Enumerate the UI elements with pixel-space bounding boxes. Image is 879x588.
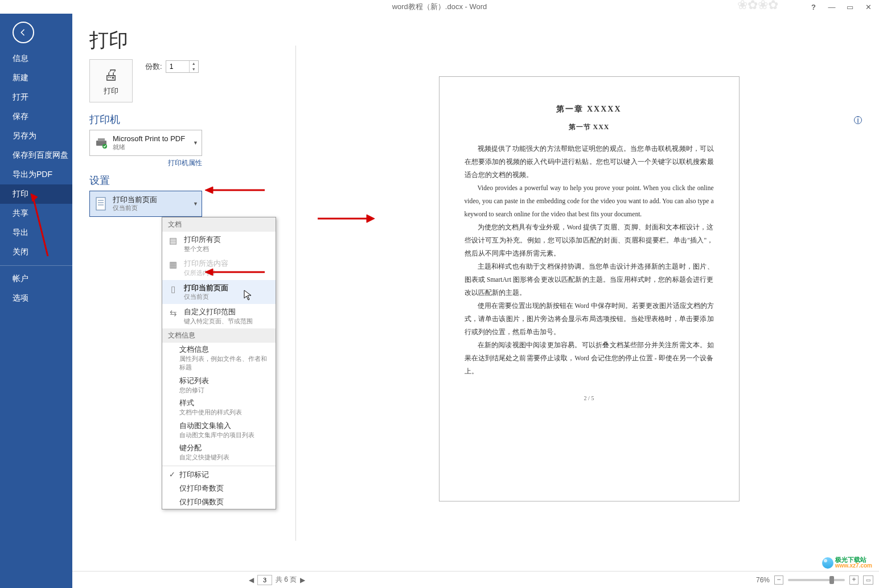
- copies-label: 份数:: [145, 61, 162, 72]
- printer-icon: 🖨: [104, 66, 118, 84]
- opt-print-all[interactable]: ▤ 打印所有页整个文档: [162, 232, 276, 256]
- pages-icon: ▤: [167, 235, 179, 247]
- print-button[interactable]: 🖨 打印: [89, 59, 133, 102]
- sidebar-item-options[interactable]: 选项: [0, 289, 72, 308]
- sidebar-item-exportpdf[interactable]: 导出为PDF: [0, 165, 72, 184]
- page-icon: ▯: [167, 283, 179, 295]
- printer-combo[interactable]: Microsoft Print to PDF 就绪 ▼: [89, 130, 202, 156]
- print-preview: 第一章 XXXXX 第一节 XXX 视频提供了功能强大的方法帮助您证明您的观点。…: [306, 27, 872, 563]
- sidebar-item-info[interactable]: 信息: [0, 49, 72, 68]
- minimize-button[interactable]: —: [823, 1, 840, 13]
- dropdown-header: 文档: [162, 217, 276, 232]
- vertical-divider: [295, 46, 296, 541]
- sidebar-item-label: 关闭: [13, 247, 28, 257]
- selection-icon: ▦: [167, 258, 179, 271]
- sidebar-item-label: 帐户: [13, 274, 28, 284]
- sidebar-item-label: 导出为PDF: [13, 170, 52, 180]
- page-range-combo[interactable]: 打印当前页面 仅当前页 ▼: [89, 191, 202, 217]
- chevron-down-icon: ▼: [193, 201, 198, 207]
- back-button[interactable]: [13, 22, 34, 43]
- sidebar-item-label: 信息: [13, 54, 28, 64]
- page-range-dropdown: 文档 ▤ 打印所有页整个文档 ▦ 打印所选内容仅所选内容 ▯ 打印当前页面仅当前…: [162, 217, 276, 509]
- printer-status-icon: [93, 135, 109, 151]
- doc-heading-1: 第一章 XXXXX: [465, 104, 714, 114]
- sidebar-item-account[interactable]: 帐户: [0, 269, 72, 289]
- spinner-down[interactable]: ▼: [190, 67, 198, 72]
- window-title: word教程（新）.docx - Word: [392, 2, 487, 12]
- sidebar-item-label: 共享: [13, 208, 28, 219]
- opt-autotext[interactable]: 自动图文集输入自动图文集库中的项目列表: [162, 419, 276, 442]
- sidebar-item-label: 新建: [13, 73, 28, 83]
- sidebar-separator: [0, 265, 72, 266]
- chevron-down-icon: ▼: [193, 140, 198, 146]
- svg-rect-1: [98, 138, 105, 141]
- printer-status: 就绪: [113, 143, 185, 151]
- sidebar-item-label: 选项: [13, 293, 28, 303]
- dropdown-header: 文档信息: [162, 328, 276, 343]
- restore-button[interactable]: ▭: [841, 1, 859, 13]
- back-arrow-icon: [18, 27, 28, 38]
- range-sub: 仅当前页: [113, 204, 157, 212]
- window-controls: ? — ▭ ✕: [805, 0, 877, 14]
- zoom-controls: 76% − + ▭: [756, 575, 873, 585]
- opt-print-current[interactable]: ▯ 打印当前页面仅当前页: [162, 280, 276, 304]
- zoom-out-button[interactable]: −: [774, 575, 783, 585]
- sidebar-item-label: 打印: [13, 189, 28, 199]
- copies-spinner[interactable]: ▲ ▼: [166, 60, 199, 73]
- sidebar-item-baidu[interactable]: 保存到百度网盘: [0, 146, 72, 165]
- opt-key-assign[interactable]: 键分配自定义快捷键列表: [162, 441, 276, 464]
- sidebar-item-saveas[interactable]: 另存为: [0, 126, 72, 146]
- zoom-label: 76%: [756, 576, 770, 584]
- opt-print-markup[interactable]: 打印标记: [162, 468, 276, 482]
- opt-styles[interactable]: 样式文档中使用的样式列表: [162, 396, 276, 419]
- opt-markup-list[interactable]: 标记列表您的修订: [162, 374, 276, 397]
- title-bar: ❀ ✿ ❀ ✿ word教程（新）.docx - Word ? — ▭ ✕: [0, 0, 879, 14]
- sidebar-item-save[interactable]: 保存: [0, 107, 72, 126]
- range-title: 打印当前页面: [113, 195, 157, 204]
- printer-properties-link[interactable]: 打印机属性: [89, 158, 202, 168]
- prev-page-button[interactable]: ◀: [249, 576, 254, 584]
- sidebar-item-export[interactable]: 导出: [0, 223, 72, 242]
- sidebar-item-open[interactable]: 打开: [0, 88, 72, 107]
- doc-heading-2: 第一节 XXX: [465, 122, 714, 132]
- decorative-flourish: ❀ ✿ ❀ ✿: [737, 0, 777, 13]
- sidebar-item-label: 导出: [13, 228, 28, 238]
- copies-input[interactable]: [166, 63, 189, 71]
- print-panel: 打印 🖨 打印 份数: ▲ ▼ i 打印机: [72, 14, 879, 588]
- sidebar-item-label: 保存到百度网盘: [13, 150, 68, 161]
- sidebar-item-print[interactable]: 打印: [0, 184, 72, 204]
- doc-paragraph: Video provides a powerful way to help yo…: [465, 182, 714, 221]
- page-number: 2 / 5: [465, 393, 714, 404]
- doc-paragraph: 主题和样式也有助于文档保持协调。当您单击设计并选择新的主题时，图片、图表或 Sm…: [465, 260, 714, 299]
- next-page-button[interactable]: ▶: [300, 576, 305, 584]
- opt-print-custom[interactable]: ⇆ 自定义打印范围键入特定页面、节或范围: [162, 304, 276, 328]
- watermark: 极光下载站 www.xz7.com: [822, 557, 872, 569]
- zoom-in-button[interactable]: +: [849, 575, 859, 585]
- print-button-label: 打印: [104, 86, 118, 96]
- sidebar-item-new[interactable]: 新建: [0, 68, 72, 88]
- printer-name: Microsoft Print to PDF: [113, 134, 185, 143]
- close-button[interactable]: ✕: [860, 1, 877, 13]
- help-button[interactable]: ?: [805, 1, 822, 13]
- page-number-input[interactable]: [257, 575, 272, 585]
- sidebar-item-label: 打开: [13, 92, 28, 102]
- preview-footer: ◀ 共 6 页 ▶ 76% − + ▭: [72, 571, 879, 588]
- dropdown-separator: [162, 466, 276, 466]
- sidebar-item-close[interactable]: 关闭: [0, 242, 72, 262]
- fit-to-window-button[interactable]: ▭: [863, 575, 873, 585]
- opt-even-pages[interactable]: 仅打印偶数页: [162, 495, 276, 509]
- opt-print-selection: ▦ 打印所选内容仅所选内容: [162, 256, 276, 279]
- backstage-sidebar: 信息 新建 打开 保存 另存为 保存到百度网盘 导出为PDF 打印 共享 导出 …: [0, 14, 72, 588]
- zoom-slider[interactable]: [788, 579, 845, 581]
- zoom-knob[interactable]: [829, 576, 834, 584]
- sidebar-item-share[interactable]: 共享: [0, 204, 72, 223]
- watermark-logo-icon: [822, 557, 833, 569]
- spinner-up[interactable]: ▲: [190, 61, 198, 67]
- watermark-text-bottom: www.xz7.com: [835, 563, 872, 569]
- opt-doc-info[interactable]: 文档信息属性列表，例如文件名、作者和标题: [162, 343, 276, 374]
- sidebar-item-label: 保存: [13, 112, 28, 122]
- doc-paragraph: 在新的阅读视图中阅读更加容易。可以折叠文档某些部分并关注所需文本。如果在达到结尾…: [465, 339, 714, 378]
- preview-page: 第一章 XXXXX 第一节 XXX 视频提供了功能强大的方法帮助您证明您的观点。…: [439, 76, 740, 501]
- opt-odd-pages[interactable]: 仅打印奇数页: [162, 482, 276, 495]
- page-navigator: ◀ 共 6 页 ▶: [249, 575, 305, 585]
